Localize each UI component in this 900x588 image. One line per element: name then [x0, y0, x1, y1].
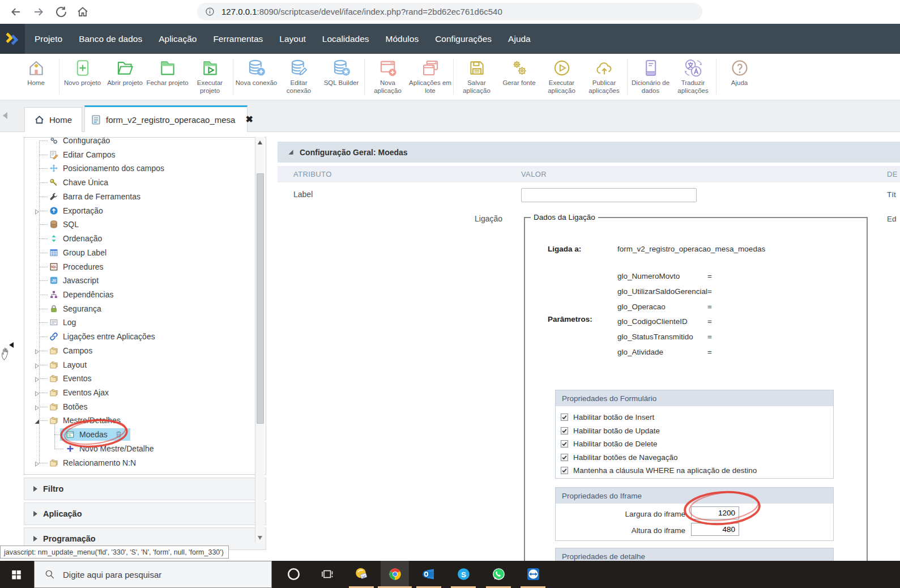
- tree-item-botoes[interactable]: Botões: [24, 400, 254, 414]
- tree-item-chave-unica[interactable]: Chave Única: [24, 176, 254, 190]
- iframe-height-input[interactable]: [691, 523, 739, 536]
- collapsed-expander-icon[interactable]: [33, 375, 40, 382]
- toolbar-new-connection-button[interactable]: Nova conexão: [235, 54, 278, 87]
- expanded-expander-icon[interactable]: [33, 417, 40, 424]
- collapsed-expander-icon[interactable]: [33, 361, 40, 368]
- tree-item-mestre-detalhes[interactable]: Mestre/Detalhes: [24, 414, 254, 428]
- taskbar-cortana-icon[interactable]: [286, 566, 301, 582]
- toolbar-sql-builder-button[interactable]: SQL Builder: [320, 54, 362, 87]
- accordion-aplicacao[interactable]: Aplicação: [24, 502, 266, 525]
- tree-item-ordenacao[interactable]: Ordenação: [24, 232, 254, 246]
- folder-icon: [49, 388, 58, 397]
- sidebar-scrollbar[interactable]: [255, 137, 265, 543]
- toolbar-close-project-button[interactable]: Fechar projeto: [146, 54, 189, 87]
- tree-item-posicionamento-dos-campos[interactable]: Posicionamento dos campos: [24, 161, 254, 176]
- menu-ferramentas[interactable]: Ferramentas: [213, 34, 263, 44]
- tree-item-procedures[interactable]: SQLProcedures: [24, 260, 254, 274]
- tree-item-javascript[interactable]: JSJavascript: [24, 274, 254, 288]
- tree-item-eventos-ajax[interactable]: Eventos Ajax: [24, 386, 254, 400]
- scroll-down-icon[interactable]: [258, 536, 262, 540]
- tree-item-seguranca[interactable]: Segurança: [24, 302, 254, 316]
- tree-item-campos[interactable]: Campos: [24, 344, 254, 358]
- checkbox-checked[interactable]: [561, 454, 568, 461]
- collapsed-expander-icon[interactable]: [33, 207, 40, 214]
- toolbar-edit-connection-button[interactable]: Editar conexão: [278, 54, 320, 95]
- collapsed-expander-icon[interactable]: [33, 389, 40, 396]
- tree-item-configuracao[interactable]: Configuração: [24, 137, 254, 148]
- tree-item-label: Novo Mestre/Detalhe: [79, 444, 154, 453]
- scroll-up-icon[interactable]: [258, 140, 262, 144]
- toolbar-save-application-button[interactable]: Salvar aplicação: [455, 54, 498, 95]
- checkbox-checked[interactable]: [561, 467, 568, 474]
- plus-icon: [66, 444, 75, 453]
- tree-item-barra-de-ferramentas[interactable]: Barra de Ferramentas: [24, 190, 254, 204]
- checkbox-checked[interactable]: [561, 427, 568, 434]
- reload-icon[interactable]: [54, 5, 68, 19]
- toolbar-data-dictionary-button[interactable]: Dicionário de dados: [629, 54, 672, 95]
- taskbar-chrome-icon[interactable]: [387, 566, 403, 582]
- forward-icon[interactable]: [32, 5, 45, 19]
- taskbar-task-view-icon[interactable]: [320, 566, 335, 582]
- browser-home-icon[interactable]: [76, 5, 89, 19]
- collapsed-expander-icon[interactable]: [33, 459, 40, 466]
- tree-item-layout[interactable]: Layout: [24, 358, 254, 372]
- menu-projeto[interactable]: Projeto: [35, 34, 62, 44]
- tab-scroll-left-icon[interactable]: [3, 112, 7, 119]
- toolbar-batch-applications-button[interactable]: Aplicações em lote: [409, 54, 451, 95]
- address-bar[interactable]: 127.0.0.1:8090/scriptcase/devel/iface/in…: [197, 3, 702, 20]
- scrollbar-thumb[interactable]: [257, 173, 264, 424]
- back-icon[interactable]: [9, 5, 23, 19]
- toolbar-run-project-button[interactable]: Executar projeto: [189, 54, 231, 95]
- menu-aplicacao[interactable]: Aplicação: [159, 34, 197, 44]
- toolbar-publish-applications-button[interactable]: Publicar aplicações: [583, 54, 625, 95]
- taskbar-outlook-icon[interactable]: [421, 566, 437, 582]
- checkbox-checked[interactable]: [561, 414, 568, 421]
- taskbar-app-yellow-icon[interactable]: [354, 566, 369, 582]
- collapsed-expander-icon[interactable]: [33, 347, 40, 354]
- section-header[interactable]: Configuração Geral: Moedas: [278, 142, 900, 163]
- tree-item-eventos[interactable]: Eventos: [24, 372, 254, 386]
- tree-item-dependencias[interactable]: Dependências: [24, 288, 254, 302]
- tree-connector: [39, 238, 48, 239]
- menu-ajuda[interactable]: Ajuda: [508, 34, 531, 44]
- tree-item-sql[interactable]: SQL: [24, 218, 254, 232]
- toolbar-translate-applications-button[interactable]: Traduzir aplicações: [672, 54, 714, 95]
- trash-icon[interactable]: [114, 430, 123, 438]
- taskbar-search[interactable]: Digite aqui para pesquisar: [34, 561, 272, 588]
- menu-configuracoes[interactable]: Configurações: [435, 34, 492, 44]
- taskbar-teamviewer-icon[interactable]: [526, 566, 541, 582]
- taskbar-skype-icon[interactable]: S: [456, 566, 471, 582]
- site-info-icon[interactable]: [204, 6, 215, 17]
- label-input[interactable]: [521, 188, 697, 202]
- start-button-icon[interactable]: [11, 569, 22, 580]
- tree-item-novo-mestre-detalhe[interactable]: Novo Mestre/Detalhe: [24, 442, 254, 456]
- tree-item-relacionamento-n-n[interactable]: Relacionamento N:N: [24, 456, 254, 470]
- toolbar-run-application-button[interactable]: Executar aplicação: [540, 54, 583, 95]
- toolbar-separator: [716, 58, 716, 95]
- tab-form-v2-registro-operacao-mesa[interactable]: form_v2_registro_operacao_mesa✖: [84, 105, 248, 132]
- accordion-filtro[interactable]: Filtro: [24, 478, 266, 500]
- toolbar-new-project-button[interactable]: Novo projeto: [61, 54, 104, 87]
- menu-layout[interactable]: Layout: [279, 34, 306, 44]
- taskbar-whatsapp-icon[interactable]: [491, 566, 506, 582]
- toolbar-generate-source-button[interactable]: Gerar fonte: [498, 54, 540, 87]
- tree-item-exportacao[interactable]: Exportação: [24, 204, 254, 218]
- toolbar-home-button[interactable]: Home: [15, 54, 57, 87]
- checkbox-checked[interactable]: [561, 440, 568, 448]
- tree-item-log[interactable]: Log: [24, 316, 254, 330]
- menu-localidades[interactable]: Localidades: [322, 34, 369, 44]
- toolbar-new-application-button[interactable]: Nova aplicação: [366, 54, 409, 95]
- toolbar-help-button[interactable]: Ajuda: [718, 54, 761, 87]
- toolbar-separator: [453, 58, 454, 95]
- menu-modulos[interactable]: Módulos: [386, 34, 419, 44]
- collapsed-expander-icon[interactable]: [33, 403, 40, 410]
- tree-item-moedas[interactable]: Moedas: [24, 428, 254, 442]
- toolbar-open-project-button[interactable]: Abrir projeto: [104, 54, 146, 87]
- tree-item-editar-campos[interactable]: Editar Campos: [24, 148, 254, 162]
- menu-banco-de-dados[interactable]: Banco de dados: [79, 34, 142, 44]
- tab-home[interactable]: Home: [24, 107, 82, 132]
- tree-item-ligacoes-entre-aplicacoes[interactable]: Ligações entre Aplicações: [24, 330, 254, 344]
- tab-close-icon[interactable]: ✖: [245, 115, 253, 124]
- tree-item-group-label[interactable]: Group Label: [24, 246, 254, 260]
- iframe-width-input[interactable]: [691, 506, 739, 519]
